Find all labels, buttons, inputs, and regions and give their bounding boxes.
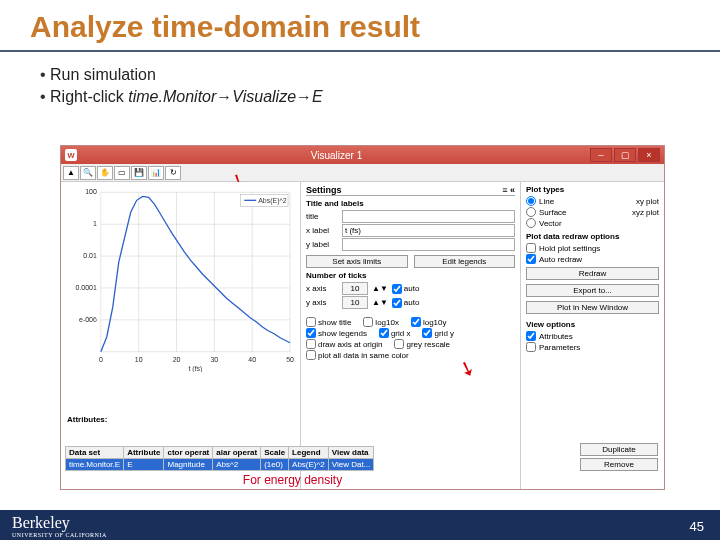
gridy-label: grid y [434,329,454,338]
log10x-checkbox[interactable] [363,317,373,327]
svg-text:0: 0 [99,356,103,363]
export-button[interactable]: Export to... [526,284,659,297]
visualizer-window: w Visualizer 1 – ▢ × ▲ 🔍 ✋ ▭ 💾 📊 ↻ ➘ 100 [60,145,665,490]
cell-alar: Abs^2 [213,459,261,471]
bullet-path: time.Monitor [128,88,216,105]
attributes-table[interactable]: Data set Attribute ctor operat alar oper… [65,446,374,471]
energy-caption: For energy density [61,473,524,487]
same-color-label: plot all data in same color [318,351,409,360]
section-title-labels: Title and labels [306,199,515,208]
yauto-checkbox[interactable] [392,298,402,308]
tool-rect-icon[interactable]: ▭ [114,166,130,180]
plot-area[interactable]: 100 1 0.01 0.0001 e-006 0 10 20 30 40 50… [61,182,301,489]
titlebar[interactable]: w Visualizer 1 – ▢ × [61,146,664,164]
close-button[interactable]: × [638,148,660,162]
svg-text:10: 10 [135,356,143,363]
show-legends-checkbox[interactable] [306,328,316,338]
table-row[interactable]: time.Monitor.E E Magnitude Abs^2 (1e0) A… [66,459,374,471]
yticks-input[interactable] [342,296,368,309]
svg-text:100: 100 [85,188,97,195]
tool-zoom-icon[interactable]: 🔍 [80,166,96,180]
col-ctor: ctor operat [164,447,213,459]
table-header-row: Data set Attribute ctor operat alar oper… [66,447,374,459]
svg-text:0.01: 0.01 [83,252,97,259]
numticks-label: Number of ticks [306,271,515,280]
berkeley-logo: Berkeley UNIVERSITY OF CALIFORNIA [12,514,107,538]
line-chart: 100 1 0.01 0.0001 e-006 0 10 20 30 40 50… [61,182,300,372]
xyzplot-label: xyz plot [632,208,659,217]
attributes-checkbox[interactable] [526,331,536,341]
yaxis-label: y axis [306,298,338,307]
tool-refresh-icon[interactable]: ↻ [165,166,181,180]
attributes-label: Attributes [539,332,573,341]
cell-viewdata[interactable]: View Dat... [328,459,374,471]
arrow-icon: → [216,88,232,105]
maximize-button[interactable]: ▢ [614,148,636,162]
cell-dataset: time.Monitor.E [66,459,124,471]
ylabel-input[interactable] [342,238,515,251]
arrow-icon: → [296,88,312,105]
col-dataset: Data set [66,447,124,459]
autoredraw-checkbox[interactable] [526,254,536,264]
same-color-checkbox[interactable] [306,350,316,360]
col-legend: Legend [289,447,329,459]
xlabel-label: x label [306,226,338,235]
bullet-prefix: Right-click [50,88,128,105]
bullet-list: Run simulation Right-click time.Monitor→… [0,52,720,116]
bullet-viz: Visualize [232,88,296,105]
tool-chart-icon[interactable]: 📊 [148,166,164,180]
svg-text:t (fs): t (fs) [188,365,202,372]
app-icon: w [65,149,77,161]
grey-checkbox[interactable] [394,339,404,349]
vector-label: Vector [539,219,562,228]
show-title-checkbox[interactable] [306,317,316,327]
xauto-checkbox[interactable] [392,284,402,294]
svg-text:e-006: e-006 [79,316,97,323]
xyplot-label: xy plot [636,197,659,206]
svg-text:0.0001: 0.0001 [76,284,97,291]
line-radio[interactable] [526,196,536,206]
hold-checkbox[interactable] [526,243,536,253]
svg-text:40: 40 [248,356,256,363]
autoredraw-label: Auto redraw [539,255,582,264]
svg-text:20: 20 [173,356,181,363]
xlabel-input[interactable] [342,224,515,237]
cell-legend: Abs(E)^2 [289,459,329,471]
log10x-label: log10x [375,318,399,327]
draw-origin-checkbox[interactable] [306,339,316,349]
settings-panel: Settings≡ « Title and labels title x lab… [301,182,521,489]
attributes-title: Attributes: [67,415,107,424]
set-axis-button[interactable]: Set axis limits [306,255,408,268]
parameters-checkbox[interactable] [526,342,536,352]
title-input[interactable] [342,210,515,223]
surface-radio[interactable] [526,207,536,217]
plot-new-window-button[interactable]: Plot in New Window [526,301,659,314]
log10y-checkbox[interactable] [411,317,421,327]
gridx-checkbox[interactable] [379,328,389,338]
tool-save-icon[interactable]: 💾 [131,166,147,180]
bullet-rightclick: Right-click time.Monitor→Visualize→E [40,88,680,106]
svg-text:1: 1 [93,220,97,227]
redraw-button[interactable]: Redraw [526,267,659,280]
draw-origin-label: draw axis at origin [318,340,382,349]
remove-button[interactable]: Remove [580,458,658,471]
collapse-icon[interactable]: ≡ « [502,185,515,195]
bullet-run: Run simulation [40,66,680,84]
toolbar: ▲ 🔍 ✋ ▭ 💾 📊 ↻ [61,164,664,182]
edit-legends-button[interactable]: Edit legends [414,255,516,268]
view-opts-header: View options [526,320,659,329]
tool-hand-icon[interactable]: ✋ [97,166,113,180]
duplicate-button[interactable]: Duplicate [580,443,658,456]
tool-pointer-icon[interactable]: ▲ [63,166,79,180]
surface-label: Surface [539,208,567,217]
gridy-checkbox[interactable] [422,328,432,338]
cell-attribute: E [124,459,164,471]
col-viewdata: View data [328,447,374,459]
xticks-input[interactable] [342,282,368,295]
settings-header: Settings [306,185,342,195]
auto-label: auto [404,298,420,307]
minimize-button[interactable]: – [590,148,612,162]
bullet-e: E [312,88,323,105]
vector-radio[interactable] [526,218,536,228]
brand-text: Berkeley [12,514,70,531]
